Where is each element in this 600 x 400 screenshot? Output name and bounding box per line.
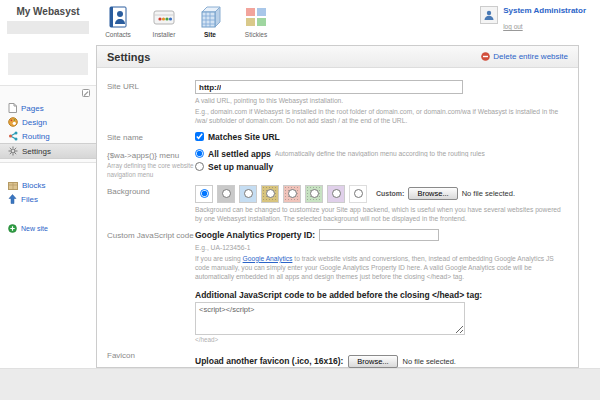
site-url-row: Site URL http:// A valid URL, pointing t… — [107, 80, 570, 125]
sidebar-panel: Pages Design Routing Settings — [0, 85, 96, 163]
custom-js-label: Custom JavaScript code — [107, 229, 195, 343]
app-item-site[interactable]: Site — [192, 4, 228, 38]
background-radio[interactable] — [354, 189, 363, 198]
ga-property-id-label: Google Analytics Property ID: — [195, 230, 315, 240]
all-settled-apps-hint: Automatically define the navigation menu… — [275, 150, 485, 157]
sidebar-panel-header — [0, 86, 96, 101]
delete-website-link[interactable]: Delete entire website — [481, 52, 568, 61]
favicon-label: Favicon — [107, 349, 195, 368]
logout-link[interactable]: log out — [503, 23, 523, 30]
app-item-installer[interactable]: Installer — [146, 4, 182, 38]
background-hint: Background can be changed to customize y… — [195, 205, 567, 223]
app-item-stickies[interactable]: Stickies — [238, 4, 274, 38]
site-url-label: Site URL — [107, 80, 195, 125]
set-up-manually-label: Set up manually — [208, 162, 273, 172]
apps-menu-option-manual: Set up manually — [195, 162, 570, 172]
additional-js-textarea[interactable]: <script></script> — [195, 302, 465, 335]
palette-icon — [8, 117, 18, 127]
delete-website-label: Delete entire website — [493, 52, 568, 61]
upload-icon — [8, 194, 17, 204]
all-settled-apps-radio[interactable] — [195, 149, 204, 158]
background-swatch-white[interactable] — [195, 185, 213, 203]
routing-icon — [8, 131, 18, 141]
ga-description-hint: If you are using Google Analytics to tra… — [195, 254, 567, 281]
user-avatar-icon[interactable] — [480, 6, 498, 24]
sidebar-item-routing[interactable]: Routing — [0, 129, 96, 143]
background-field: Custom: Browse... No file selected. Back… — [195, 185, 570, 223]
background-row: Background Custom: Browse... No file sel — [107, 185, 570, 223]
sidebar-item-settings[interactable]: Settings — [0, 143, 96, 159]
background-radio[interactable] — [244, 189, 253, 198]
background-swatch-gray[interactable] — [217, 185, 235, 203]
sidebar-item-blocks[interactable]: Blocks — [0, 179, 96, 192]
sidebar-item-design[interactable]: Design — [0, 115, 96, 129]
ga-example-hint: E.g., UA-123456-1 — [195, 243, 567, 252]
site-name-label: Site name — [107, 131, 195, 143]
apps-menu-sublabel: Array defining the core website navigati… — [107, 162, 195, 178]
app-label: Installer — [146, 31, 182, 38]
site-icon — [197, 4, 223, 30]
page-icon — [8, 103, 17, 113]
site-name-field: Matches Site URL — [195, 131, 570, 143]
all-settled-apps-label: All settled apps — [208, 149, 271, 159]
favicon-row: Favicon Upload another favicon (.ico, 16… — [107, 349, 570, 368]
apps-menu-label: {$wa->apps()} menu — [107, 151, 195, 161]
background-swatch-none[interactable] — [349, 185, 367, 203]
matches-site-url-checkbox[interactable] — [195, 132, 204, 141]
sidebar-item-label: Routing — [22, 132, 50, 141]
favicon-browse-button[interactable]: Browse... — [348, 355, 397, 368]
contacts-icon — [105, 4, 131, 30]
ga-property-id-input[interactable] — [319, 229, 439, 241]
new-site-button[interactable]: New site — [0, 224, 96, 233]
background-radio[interactable] — [332, 189, 341, 198]
sidebar-edit-icon[interactable] — [82, 89, 90, 97]
favicon-upload-label: Upload another favicon (.ico, 16x16): — [195, 356, 343, 366]
background-browse-button[interactable]: Browse... — [408, 187, 457, 200]
set-up-manually-radio[interactable] — [195, 162, 204, 171]
webasyst-backend-page: My Webasyst Contacts Installer Site — [0, 0, 600, 400]
user-name[interactable]: System Administrator — [503, 6, 586, 15]
background-radio[interactable] — [222, 189, 231, 198]
background-swatch-red[interactable] — [283, 185, 301, 203]
top-header: My Webasyst Contacts Installer Site — [0, 0, 600, 45]
custom-js-row: Custom JavaScript code Google Analytics … — [107, 229, 570, 343]
background-file-status: No file selected. — [462, 189, 515, 198]
site-selector[interactable] — [8, 53, 88, 75]
additional-js-label: Additional JavaScript code to be added b… — [195, 290, 570, 300]
site-url-input[interactable] — [221, 83, 459, 92]
app-label: Stickies — [238, 31, 274, 38]
page-footer — [0, 368, 600, 400]
ga-line: Google Analytics Property ID: — [195, 229, 570, 241]
app-label: Contacts — [100, 31, 136, 38]
google-analytics-link[interactable]: Google Analytics — [243, 255, 293, 262]
background-radio[interactable] — [200, 189, 209, 198]
background-swatch-blue[interactable] — [239, 185, 257, 203]
favicon-field: Upload another favicon (.ico, 16x16): Br… — [195, 355, 570, 368]
apps-menu-option-all: All settled apps Automatically define th… — [195, 149, 570, 159]
sidebar-item-label: Settings — [22, 147, 51, 156]
apps-menu-label-block: {$wa->apps()} menu Array defining the co… — [107, 149, 195, 179]
site-url-hint-2: E.g., domain.com if Webasyst is installe… — [195, 107, 567, 125]
sidebar-item-pages[interactable]: Pages — [0, 101, 96, 115]
site-url-prefix: http:// — [199, 83, 221, 92]
sidebar-item-files[interactable]: Files — [0, 192, 96, 206]
background-custom-label: Custom: — [376, 190, 404, 197]
background-radio[interactable] — [266, 189, 275, 198]
settings-panel: Settings Delete entire website Site URL … — [96, 45, 579, 368]
blocks-icon — [8, 181, 18, 190]
page-title: Settings — [107, 51, 150, 63]
site-name-row: Site name Matches Site URL — [107, 131, 570, 143]
stickies-icon — [243, 4, 269, 30]
brand-block: My Webasyst — [0, 6, 96, 34]
brand-title: My Webasyst — [0, 6, 96, 17]
background-swatch-purple[interactable] — [327, 185, 345, 203]
apps-menu-row: {$wa->apps()} menu Array defining the co… — [107, 149, 570, 179]
app-item-contacts[interactable]: Contacts — [100, 4, 136, 38]
apps-menu-field: All settled apps Automatically define th… — [195, 149, 570, 179]
background-swatch-green[interactable] — [305, 185, 323, 203]
background-radio[interactable] — [288, 189, 297, 198]
custom-js-field: Google Analytics Property ID: E.g., UA-1… — [195, 229, 570, 343]
background-radio[interactable] — [310, 189, 319, 198]
background-swatch-gold[interactable] — [261, 185, 279, 203]
sidebar-secondary-menu: Blocks Files — [0, 179, 96, 206]
